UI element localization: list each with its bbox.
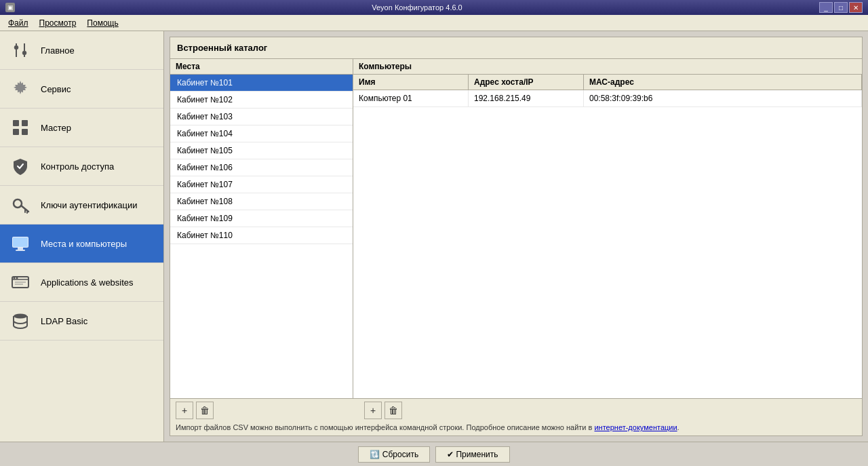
svg-rect-7: [13, 120, 19, 126]
col-header-mac: МАС-адрес: [584, 75, 862, 90]
import-note-end: .: [677, 423, 679, 431]
place-list-item[interactable]: Кабинет №107: [170, 176, 353, 193]
titlebar-left: ▣: [5, 3, 15, 12]
places-list: Кабинет №101Кабинет №102Кабинет №103Каби…: [170, 75, 353, 398]
main-panel: Встроенный каталог Места Кабинет №101Каб…: [170, 37, 863, 436]
svg-point-0: [14, 45, 18, 50]
table-header: Имя Адрес хоста/IP МАС-адрес: [353, 75, 862, 90]
place-list-item[interactable]: Кабинет №104: [170, 125, 353, 142]
place-list-item[interactable]: Кабинет №102: [170, 92, 353, 109]
place-list-item[interactable]: Кабинет №103: [170, 109, 353, 125]
panel-footer: + 🗑 + 🗑 Импорт файлов CSV можно выполнит…: [170, 398, 862, 435]
menu-view[interactable]: Просмотр: [34, 17, 82, 29]
sidebar-label-service: Сервис: [41, 84, 71, 94]
gear-icon: [8, 77, 33, 101]
svg-rect-16: [13, 237, 28, 247]
close-button[interactable]: ✕: [849, 2, 863, 13]
place-list-item[interactable]: Кабинет №109: [170, 210, 353, 227]
database-icon: [8, 309, 33, 333]
content-area: Встроенный каталог Места Кабинет №101Каб…: [164, 31, 868, 442]
sidebar-label-main: Главное: [41, 45, 75, 56]
import-note: Импорт файлов CSV можно выполнить с помо…: [176, 422, 679, 433]
sidebar-label-locations: Места и компьютеры: [41, 239, 127, 249]
computer-name: Компьютер 01: [353, 90, 469, 106]
svg-rect-8: [22, 120, 28, 126]
place-list-item[interactable]: Кабинет №106: [170, 159, 353, 176]
monitor-icon: [8, 231, 33, 256]
menubar: Файл Просмотр Помощь: [0, 15, 868, 31]
svg-rect-10: [22, 129, 28, 135]
sliders-icon: [8, 38, 33, 62]
computers-header: Компьютеры: [353, 59, 862, 75]
add-place-button[interactable]: +: [176, 402, 193, 419]
places-action-buttons: + 🗑: [176, 402, 359, 419]
add-computer-button[interactable]: +: [364, 402, 382, 419]
menu-help[interactable]: Помощь: [81, 17, 123, 29]
computers-table-body: Компьютер 01 192.168.215.49 00:58:3f:09:…: [353, 90, 862, 398]
menu-file[interactable]: Файл: [3, 17, 34, 29]
titlebar: ▣ Veyon Конфигуратор 4.6.0 _ □ ✕: [0, 0, 868, 15]
footer-buttons-row: + 🗑 + 🗑: [176, 402, 856, 419]
remove-place-button[interactable]: 🗑: [196, 402, 214, 419]
bottom-bar: 🔃 Сбросить ✔ Применить: [0, 442, 868, 466]
table-row[interactable]: Компьютер 01 192.168.215.49 00:58:3f:09:…: [353, 90, 862, 107]
sidebar-label-keys: Ключи аутентификации: [41, 200, 137, 210]
maximize-button[interactable]: □: [834, 2, 848, 13]
main-container: Главное Сервис Мастер: [0, 31, 868, 442]
svg-rect-9: [13, 129, 19, 135]
sidebar-item-access[interactable]: Контроль доступа: [0, 147, 163, 186]
svg-point-25: [14, 314, 27, 319]
sidebar: Главное Сервис Мастер: [0, 31, 164, 442]
import-docs-link[interactable]: интернет-документации: [594, 423, 677, 431]
remove-computer-button[interactable]: 🗑: [384, 402, 402, 419]
shield-icon: [8, 154, 33, 178]
panel-title: Встроенный каталог: [170, 37, 862, 59]
grid-icon: [8, 115, 33, 140]
places-header: Места: [170, 59, 353, 75]
place-list-item[interactable]: Кабинет №110: [170, 227, 353, 244]
place-list-item[interactable]: Кабинет №105: [170, 142, 353, 159]
sidebar-label-ldap: LDAP Basic: [41, 316, 87, 326]
svg-rect-17: [18, 248, 23, 250]
computer-ip: 192.168.215.49: [469, 90, 584, 106]
col-header-ip: Адрес хоста/IP: [469, 75, 584, 90]
svg-point-22: [16, 277, 18, 279]
apps-icon: [8, 270, 33, 294]
sidebar-label-master: Мастер: [41, 123, 71, 133]
places-pane: Места Кабинет №101Кабинет №102Кабинет №1…: [170, 59, 353, 398]
key-icon: [8, 193, 33, 217]
svg-rect-18: [16, 250, 25, 251]
sidebar-item-service[interactable]: Сервис: [0, 70, 163, 109]
computer-mac: 00:58:3f:09:39:b6: [584, 90, 862, 106]
minimize-button[interactable]: _: [819, 2, 833, 13]
panel-body: Места Кабинет №101Кабинет №102Кабинет №1…: [170, 59, 862, 398]
sidebar-item-master[interactable]: Мастер: [0, 109, 163, 147]
svg-point-21: [14, 277, 16, 279]
sidebar-item-apps[interactable]: Applications & websites: [0, 263, 163, 302]
col-header-name: Имя: [353, 75, 469, 90]
sidebar-label-apps: Applications & websites: [41, 277, 134, 288]
svg-point-11: [14, 199, 22, 208]
place-list-item[interactable]: Кабинет №101: [170, 75, 353, 92]
apply-button[interactable]: ✔ Применить: [435, 446, 509, 463]
titlebar-controls: _ □ ✕: [819, 2, 863, 13]
sidebar-label-access: Контроль доступа: [41, 161, 114, 172]
sidebar-item-locations[interactable]: Места и компьютеры: [0, 225, 163, 263]
sidebar-item-main[interactable]: Главное: [0, 31, 163, 70]
svg-point-3: [22, 51, 26, 55]
place-list-item[interactable]: Кабинет №108: [170, 193, 353, 210]
sidebar-item-ldap[interactable]: LDAP Basic: [0, 302, 163, 341]
computers-pane: Компьютеры Имя Адрес хоста/IP МАС-адрес …: [353, 59, 862, 398]
computers-action-buttons: + 🗑: [364, 402, 856, 419]
sidebar-item-keys[interactable]: Ключи аутентификации: [0, 186, 163, 225]
titlebar-title: Veyon Конфигуратор 4.6.0: [372, 3, 462, 12]
app-icon: ▣: [5, 3, 15, 12]
reset-button[interactable]: 🔃 Сбросить: [358, 446, 430, 463]
import-note-text: Импорт файлов CSV можно выполнить с помо…: [176, 423, 594, 431]
